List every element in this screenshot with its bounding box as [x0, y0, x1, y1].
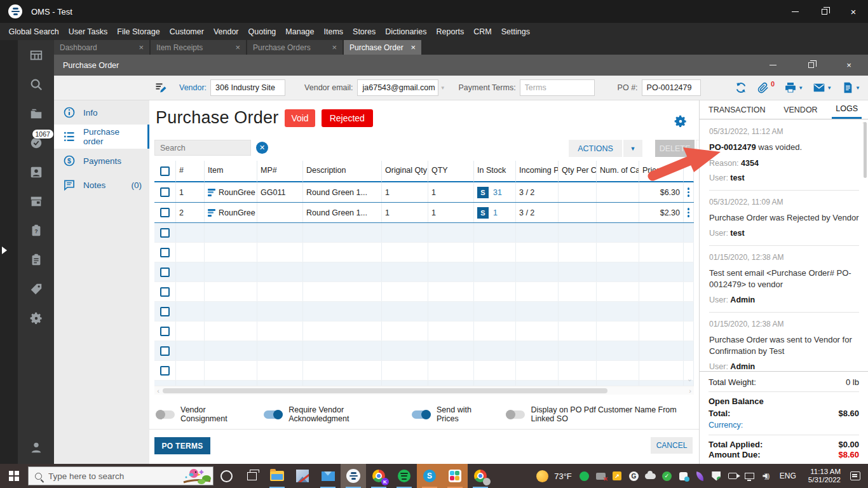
- weather-temperature[interactable]: 73°F: [554, 471, 572, 481]
- actions-button[interactable]: ACTIONS: [569, 140, 622, 157]
- clear-search-button[interactable]: ✕: [256, 142, 268, 154]
- nav-item-notes[interactable]: Notes (0): [54, 173, 149, 197]
- sidebar-user-icon[interactable]: [29, 440, 44, 455]
- expand-arrow-icon[interactable]: [2, 247, 7, 254]
- payment-terms-input[interactable]: [520, 79, 595, 96]
- table-empty-row[interactable]: [154, 223, 694, 243]
- row-checkbox[interactable]: [154, 341, 176, 360]
- vendor-input[interactable]: [210, 79, 285, 96]
- scroll-right-icon[interactable]: ›: [686, 387, 694, 395]
- col-incoming-po[interactable]: Incoming PO: [516, 161, 559, 182]
- menu-dictionaries[interactable]: Dictionaries: [381, 27, 431, 36]
- menu-quoting[interactable]: Quoting: [243, 27, 281, 36]
- nav-item-info[interactable]: Info: [54, 100, 149, 125]
- logs-scrollbar[interactable]: [864, 122, 867, 363]
- close-icon[interactable]: ×: [410, 43, 416, 52]
- toggle-display-customer-name[interactable]: Display on PO Pdf Customer Name From Lin…: [506, 405, 699, 423]
- taskbar-file-explorer[interactable]: [264, 464, 290, 488]
- onedrive-icon[interactable]: [645, 471, 656, 482]
- toggle-switch[interactable]: [506, 410, 525, 419]
- g-app-icon[interactable]: G: [628, 471, 639, 482]
- sidebar-stores-icon[interactable]: [29, 194, 44, 209]
- scroll-left-icon[interactable]: ‹: [154, 387, 162, 395]
- nav-item-payments[interactable]: $ Payments: [54, 149, 149, 173]
- scrollbar-thumb[interactable]: [163, 388, 607, 393]
- menu-user-tasks[interactable]: User Tasks: [64, 27, 112, 36]
- table-empty-row[interactable]: [154, 302, 694, 322]
- table-empty-row[interactable]: [154, 282, 694, 302]
- table-search-input[interactable]: [154, 140, 251, 156]
- sidebar-help-clipboard-icon[interactable]: ?: [29, 223, 44, 238]
- row-menu-kebab[interactable]: [684, 203, 694, 222]
- close-icon[interactable]: ×: [139, 43, 144, 52]
- email-icon[interactable]: ▼: [813, 81, 832, 94]
- row-checkbox[interactable]: [154, 243, 176, 262]
- toggle-switch[interactable]: [156, 410, 175, 419]
- row-checkbox[interactable]: [154, 182, 176, 202]
- vendor-email-select[interactable]: ja67543@gmail.com ▼: [357, 79, 438, 96]
- defender-shield-icon[interactable]: [711, 471, 722, 482]
- menu-stores[interactable]: Stores: [348, 27, 381, 36]
- scrollbar-thumb[interactable]: [864, 122, 867, 178]
- row-menu-kebab[interactable]: [684, 182, 694, 202]
- row-checkbox[interactable]: [154, 322, 176, 341]
- taskbar-skype[interactable]: S: [417, 464, 442, 488]
- taskbar-chrome-profile-2[interactable]: [468, 464, 493, 488]
- tab-logs[interactable]: LOGS: [832, 100, 862, 119]
- menu-global-search[interactable]: Global Search: [4, 27, 64, 36]
- menu-file-storage[interactable]: File Storage: [112, 27, 165, 36]
- minimize-button[interactable]: [754, 55, 792, 76]
- tab-dashboard[interactable]: Dashboard×: [54, 40, 149, 55]
- menu-settings[interactable]: Settings: [496, 27, 534, 36]
- table-row[interactable]: 1 RounGree GG011 Round Green 1... 1 1 S3…: [154, 182, 694, 203]
- action-center-icon[interactable]: [850, 471, 860, 480]
- toggle-switch[interactable]: [412, 410, 431, 419]
- col-num-cartons[interactable]: Num. of Cartons: [597, 161, 639, 182]
- table-empty-row[interactable]: [154, 341, 694, 361]
- table-settings-gear-icon[interactable]: [674, 114, 688, 128]
- table-empty-row[interactable]: [154, 262, 694, 282]
- select-all-checkbox[interactable]: [154, 161, 176, 182]
- row-checkbox[interactable]: [154, 203, 176, 222]
- row-checkbox[interactable]: [154, 262, 176, 281]
- feather-app-icon[interactable]: [695, 471, 705, 482]
- incoming-po-link[interactable]: 3 / 2: [516, 182, 559, 202]
- close-icon[interactable]: ×: [235, 43, 240, 52]
- volume-icon[interactable]: ))): [761, 471, 771, 482]
- chevron-down-icon[interactable]: ▼: [827, 85, 832, 91]
- sidebar-tags-icon[interactable]: [29, 281, 44, 297]
- taskbar-chrome-profile-1[interactable]: K: [366, 464, 391, 488]
- taskbar-search-input[interactable]: [48, 471, 156, 481]
- minimize-button[interactable]: [780, 0, 810, 23]
- nav-item-purchase-order[interactable]: Purchase order: [54, 125, 149, 149]
- table-row[interactable]: 2 RounGree Round Green 1... 1 1 S1 3 / 2…: [154, 203, 694, 223]
- in-stock-link[interactable]: 31: [493, 188, 502, 197]
- network-icon[interactable]: [744, 471, 755, 482]
- restore-button[interactable]: [810, 0, 839, 23]
- cancel-button[interactable]: CANCEL: [651, 437, 693, 454]
- row-checkbox[interactable]: [154, 361, 176, 380]
- printer-error-icon[interactable]: [595, 471, 606, 482]
- attachments-icon[interactable]: 0: [757, 81, 775, 94]
- capture-app-icon[interactable]: ↗: [612, 471, 623, 482]
- cortana-button[interactable]: [214, 464, 239, 488]
- item-link[interactable]: RounGree: [219, 188, 255, 197]
- horizontal-scrollbar[interactable]: ‹ ›: [154, 386, 694, 395]
- taskbar-slack[interactable]: [442, 464, 468, 488]
- tab-transaction[interactable]: TRANSACTION: [705, 100, 770, 119]
- row-checkbox[interactable]: [154, 282, 176, 301]
- spotify-tray-icon[interactable]: [579, 471, 590, 482]
- refresh-icon[interactable]: [735, 81, 747, 94]
- currency-link[interactable]: Currency:: [709, 421, 859, 435]
- close-button[interactable]: ×: [839, 0, 868, 23]
- menu-crm[interactable]: CRM: [469, 27, 496, 36]
- col-number[interactable]: #: [176, 161, 205, 182]
- meet-now-icon[interactable]: [728, 471, 738, 482]
- taskbar-search[interactable]: [28, 466, 214, 485]
- col-description[interactable]: Description: [303, 161, 382, 182]
- toggle-send-with-prices[interactable]: Send with Prices: [412, 405, 489, 423]
- weather-sun-icon[interactable]: [536, 470, 548, 482]
- toggle-vendor-consignment[interactable]: Vendor Consignment: [156, 405, 247, 423]
- tab-item-receipts[interactable]: Item Receipts×: [151, 40, 246, 55]
- close-button[interactable]: ×: [830, 55, 868, 76]
